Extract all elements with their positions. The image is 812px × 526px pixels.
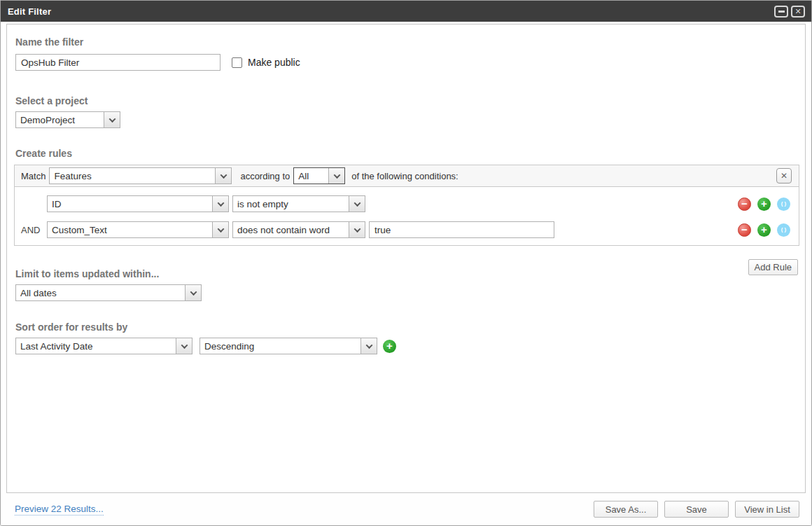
rules-body: ID is not empty − + ( ) xyxy=(15,187,799,245)
sort-order-label: Sort order for results by xyxy=(15,321,798,333)
view-in-list-button[interactable]: View in List xyxy=(735,501,799,518)
chevron-down-icon xyxy=(360,338,377,354)
rule-1-field-dropdown[interactable]: ID xyxy=(47,195,229,212)
close-icon: ✕ xyxy=(780,171,788,181)
rule-2-field-value: Custom_Text xyxy=(48,222,212,237)
match-type-dropdown[interactable]: Features xyxy=(49,167,232,184)
rule-row-1: ID is not empty − + ( ) xyxy=(15,195,799,212)
save-button[interactable]: Save xyxy=(664,501,729,518)
dialog-footer: Preview 22 Results... Save As... Save Vi… xyxy=(1,493,811,525)
group-condition-button[interactable]: ( ) xyxy=(777,198,790,211)
add-sort-button[interactable]: + xyxy=(383,340,396,353)
sort-direction-value: Descending xyxy=(200,338,360,354)
according-to-value: All xyxy=(294,168,328,184)
project-dropdown[interactable]: DemoProject xyxy=(15,111,120,128)
create-rules-label: Create rules xyxy=(15,148,798,160)
chevron-down-icon xyxy=(349,222,365,237)
close-button[interactable]: ✕ xyxy=(791,6,805,18)
rule-conjunction: AND xyxy=(15,225,47,235)
select-project-label: Select a project xyxy=(15,95,798,107)
rule-1-operator-value: is not empty xyxy=(233,196,349,212)
add-condition-button[interactable]: + xyxy=(757,198,771,211)
dialog-titlebar: Edit Filter ✕ xyxy=(1,1,811,22)
dialog-title: Edit Filter xyxy=(8,6,51,17)
rule-1-operator-dropdown[interactable]: is not empty xyxy=(232,195,365,212)
rule-2-field-dropdown[interactable]: Custom_Text xyxy=(47,221,229,238)
name-filter-label: Name the filter xyxy=(15,36,798,48)
chevron-down-icon xyxy=(176,338,192,354)
according-to-dropdown[interactable]: All xyxy=(293,167,345,184)
rules-panel: Match Features according to All of the f… xyxy=(14,165,799,246)
preview-results-link[interactable]: Preview 22 Results... xyxy=(15,504,104,515)
chevron-down-icon xyxy=(212,196,228,212)
according-to-label: according to xyxy=(240,171,290,181)
date-range-value: All dates xyxy=(16,285,185,300)
dialog-body: Name the filter Make public Select a pro… xyxy=(6,24,806,493)
chevron-down-icon xyxy=(212,222,228,237)
make-public-checkbox[interactable] xyxy=(232,57,242,68)
edit-filter-dialog: Edit Filter ✕ Name the filter Make publi… xyxy=(0,0,812,526)
rule-2-operator-value: does not contain word xyxy=(233,222,349,237)
remove-rules-group-button[interactable]: ✕ xyxy=(776,168,792,184)
rule-1-field-value: ID xyxy=(48,196,212,212)
save-as-button[interactable]: Save As... xyxy=(594,501,658,518)
chevron-down-icon xyxy=(349,196,365,212)
filter-name-input[interactable] xyxy=(15,54,220,71)
rule-row-2: AND Custom_Text does not contain word − xyxy=(15,221,799,238)
sort-field-dropdown[interactable]: Last Activity Date xyxy=(15,338,192,354)
make-public-label: Make public xyxy=(248,57,300,68)
rule-2-operator-dropdown[interactable]: does not contain word xyxy=(232,221,365,238)
project-dropdown-value: DemoProject xyxy=(16,112,104,127)
minimize-icon xyxy=(778,11,785,13)
remove-condition-button[interactable]: − xyxy=(738,223,751,237)
conditions-suffix-label: of the following conditions: xyxy=(351,171,458,181)
add-rule-button[interactable]: Add Rule xyxy=(748,259,798,275)
add-condition-button[interactable]: + xyxy=(757,223,771,237)
window-controls: ✕ xyxy=(774,6,805,18)
chevron-down-icon xyxy=(328,168,344,184)
group-condition-button[interactable]: ( ) xyxy=(777,223,790,237)
limit-updated-label: Limit to items updated within... xyxy=(15,268,798,280)
sort-direction-dropdown[interactable]: Descending xyxy=(200,338,377,354)
match-label: Match xyxy=(21,171,46,181)
chevron-down-icon xyxy=(185,285,201,300)
chevron-down-icon xyxy=(215,168,231,184)
chevron-down-icon xyxy=(104,112,120,127)
match-row: Match Features according to All of the f… xyxy=(15,165,799,187)
date-range-dropdown[interactable]: All dates xyxy=(15,284,202,301)
match-type-value: Features xyxy=(50,168,215,184)
remove-condition-button[interactable]: − xyxy=(738,198,751,211)
sort-field-value: Last Activity Date xyxy=(16,338,176,354)
minimize-button[interactable] xyxy=(774,6,788,18)
rule-2-value-input[interactable] xyxy=(369,221,554,238)
